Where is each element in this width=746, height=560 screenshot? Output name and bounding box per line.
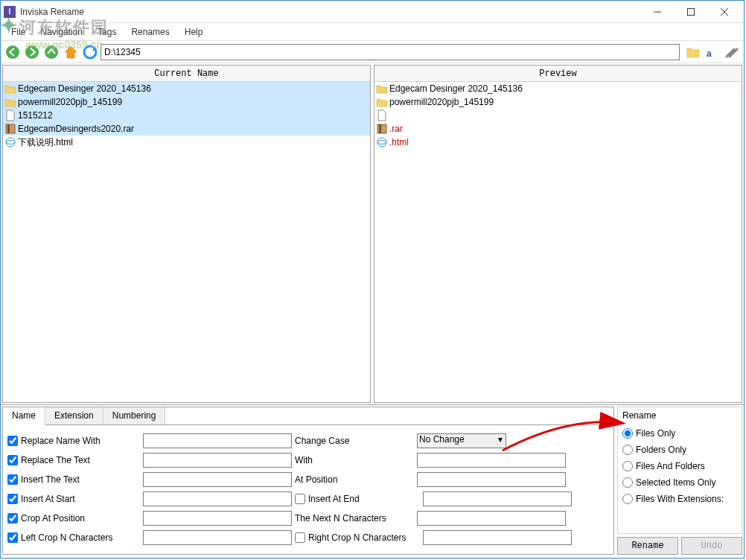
- option-input-2[interactable]: [417, 511, 566, 526]
- menu-renames[interactable]: Renames: [124, 25, 176, 39]
- option-checkbox[interactable]: [7, 436, 18, 446]
- option-checkbox-2[interactable]: [295, 532, 305, 543]
- file-icon: [4, 109, 16, 121]
- undo-button[interactable]: Undo: [681, 537, 742, 555]
- preview-panel: Preview Edgecam Desinger 2020_145136powe…: [374, 65, 742, 403]
- file-row[interactable]: powermill2020pjb_145199: [3, 95, 370, 109]
- current-name-header[interactable]: Current Name: [3, 66, 370, 82]
- path-input[interactable]: [101, 44, 680, 60]
- option-label: Insert At Start: [21, 494, 140, 504]
- file-row[interactable]: .rar: [374, 122, 742, 136]
- file-icon: [376, 109, 388, 121]
- folder-icon: [376, 83, 388, 95]
- file-name: Edgecam Desinger 2020_145136: [18, 83, 369, 94]
- change-case-select[interactable]: No Change▾: [417, 433, 506, 448]
- rename-option[interactable]: Files Only: [622, 425, 737, 442]
- preview-header[interactable]: Preview: [374, 66, 742, 82]
- option-checkbox[interactable]: [7, 455, 18, 465]
- file-row[interactable]: [374, 109, 742, 122]
- form-row: Crop At PositionThe Next N Characters: [7, 509, 609, 528]
- svg-point-4: [6, 45, 19, 59]
- file-row[interactable]: 1515212: [3, 109, 370, 122]
- option-input-2[interactable]: [423, 530, 572, 545]
- option-input[interactable]: [143, 511, 292, 526]
- rename-radio[interactable]: [622, 445, 633, 455]
- option-input[interactable]: [143, 472, 292, 487]
- refresh-button[interactable]: [81, 43, 99, 61]
- form-row: Left Crop N CharactersRight Crop N Chara…: [7, 528, 609, 547]
- folder-icon: [376, 96, 388, 108]
- form-row: Insert At StartInsert At End: [7, 489, 609, 509]
- maximize-button[interactable]: [674, 1, 707, 22]
- option-checkbox[interactable]: [7, 513, 18, 524]
- html-icon: [376, 136, 388, 148]
- option-input-2[interactable]: [417, 453, 566, 468]
- file-name: Edgecam Desinger 2020_145136: [389, 83, 740, 94]
- rename-radio-label: Files Only: [636, 428, 675, 439]
- menubar: File Navigation Tags Renames Help: [1, 23, 744, 41]
- option-input[interactable]: [143, 491, 292, 506]
- option-checkbox-2[interactable]: [295, 494, 305, 504]
- preview-list[interactable]: Edgecam Desinger 2020_145136powermill202…: [374, 82, 742, 402]
- rename-button[interactable]: Rename: [617, 537, 678, 555]
- svg-point-5: [25, 45, 39, 59]
- file-row[interactable]: Edgecam Desinger 2020_145136: [3, 82, 370, 95]
- forward-button[interactable]: [23, 43, 41, 61]
- rar-icon: [4, 123, 16, 135]
- tab-numbering[interactable]: Numbering: [103, 407, 166, 424]
- form-row: Replace The TextWith: [7, 451, 609, 470]
- rename-option[interactable]: Selected Items Only: [622, 474, 737, 491]
- option-label-2: At Position: [295, 474, 414, 485]
- file-row[interactable]: .html: [374, 136, 742, 149]
- rename-radio[interactable]: [622, 494, 633, 504]
- file-name: 1515212: [18, 110, 369, 121]
- menu-file[interactable]: File: [4, 25, 33, 39]
- file-row[interactable]: powermill2020pjb_145199: [374, 95, 742, 109]
- rename-radio[interactable]: [622, 477, 633, 488]
- rename-radio-label: Selected Items Only: [636, 477, 715, 488]
- option-label: Replace Name With: [21, 436, 140, 446]
- rename-radio[interactable]: [622, 428, 633, 439]
- rename-option[interactable]: Files With Extensions:: [622, 491, 737, 507]
- option-input[interactable]: [143, 530, 292, 545]
- option-checkbox[interactable]: [7, 532, 18, 543]
- form-row: Insert The TextAt Position: [7, 470, 609, 489]
- rename-radio-label: Files And Folders: [636, 461, 705, 471]
- menu-tags[interactable]: Tags: [90, 25, 124, 39]
- settings-button[interactable]: [723, 43, 741, 61]
- option-input-2[interactable]: [423, 491, 572, 506]
- app-icon: I: [4, 6, 16, 18]
- svg-rect-1: [687, 8, 694, 15]
- home-button[interactable]: [62, 43, 80, 61]
- option-label: Replace The Text: [21, 455, 140, 465]
- rename-option[interactable]: Files And Folders: [622, 458, 737, 474]
- rename-radio[interactable]: [622, 461, 633, 471]
- option-input[interactable]: [143, 453, 292, 468]
- menu-navigation[interactable]: Navigation: [33, 25, 90, 39]
- case-button[interactable]: a: [704, 43, 721, 61]
- name-form: Replace Name WithChange CaseNo Change▾Re…: [3, 425, 613, 554]
- folder-icon: [4, 83, 16, 95]
- tab-extension[interactable]: Extension: [45, 407, 103, 424]
- close-button[interactable]: [707, 1, 741, 22]
- option-label-2: Insert At End: [308, 494, 420, 504]
- minimize-button[interactable]: [640, 1, 674, 22]
- current-name-list[interactable]: Edgecam Desinger 2020_145136powermill202…: [3, 82, 370, 402]
- back-button[interactable]: [4, 43, 22, 61]
- option-label: Insert The Text: [21, 474, 140, 485]
- option-input-2[interactable]: [417, 472, 566, 487]
- browse-button[interactable]: [684, 43, 702, 61]
- menu-help[interactable]: Help: [177, 25, 211, 39]
- file-row[interactable]: EdgecamDesingerds2020.rar: [3, 122, 370, 136]
- option-checkbox[interactable]: [7, 474, 18, 485]
- option-checkbox[interactable]: [7, 494, 18, 504]
- rename-radio-label: Files With Extensions:: [636, 494, 724, 504]
- option-input[interactable]: [143, 433, 292, 448]
- rename-option[interactable]: Folders Only: [622, 442, 737, 458]
- tab-name[interactable]: Name: [3, 407, 45, 425]
- file-name: 下载说明.html: [18, 136, 369, 149]
- up-button[interactable]: [42, 43, 60, 61]
- option-label-2: With: [295, 455, 414, 465]
- file-row[interactable]: Edgecam Desinger 2020_145136: [374, 82, 742, 95]
- file-row[interactable]: 下载说明.html: [3, 136, 370, 149]
